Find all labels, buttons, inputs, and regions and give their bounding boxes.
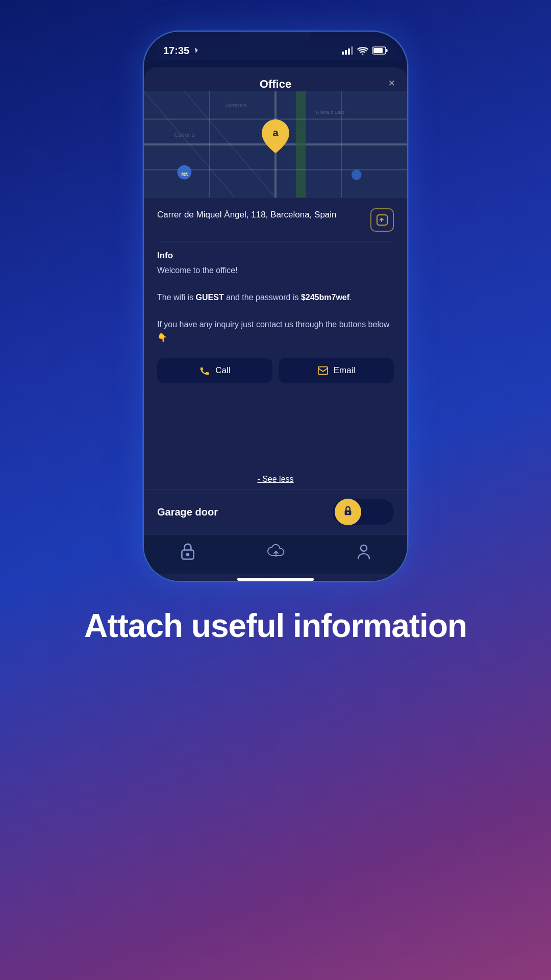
svg-text:Carrer d: Carrer d (174, 132, 195, 138)
svg-text:a: a (272, 127, 279, 138)
svg-rect-0 (342, 52, 344, 55)
nav-profile[interactable] (356, 543, 371, 560)
modal-header: Office × (144, 67, 407, 91)
svg-rect-1 (345, 50, 347, 55)
svg-point-4 (362, 54, 364, 55)
garage-row: Garage door (144, 489, 407, 534)
phone-content: Office × (144, 60, 407, 581)
nav-lock[interactable] (180, 542, 196, 560)
email-button[interactable]: Email (279, 358, 394, 383)
time-display: 17:35 (163, 45, 189, 57)
modal-card: Office × (144, 67, 407, 581)
battery-icon (372, 46, 388, 55)
svg-point-23 (352, 170, 362, 180)
svg-rect-3 (351, 46, 353, 55)
nav-lock-icon (180, 542, 196, 560)
navigation-button[interactable] (370, 208, 394, 232)
phone-icon (199, 365, 210, 376)
svg-rect-7 (386, 49, 388, 52)
nav-profile-icon (356, 543, 371, 560)
nav-cloud-icon (267, 544, 285, 558)
svg-text:Serravent: Serravent (225, 102, 247, 108)
signal-icon (342, 46, 353, 55)
svg-text:🚌: 🚌 (181, 169, 188, 177)
contact-buttons: Call Email (157, 358, 394, 383)
garage-label: Garage door (157, 506, 218, 518)
info-body: Welcome to the office! The wifi is GUEST… (157, 264, 394, 345)
info-wifi: The wifi is GUEST and the password is $2… (157, 291, 394, 304)
location-icon (192, 47, 199, 54)
lock-toggle-icon (342, 505, 354, 519)
email-icon (317, 365, 329, 376)
directions-icon (376, 214, 388, 226)
tagline: Attach useful information (54, 582, 497, 645)
modal-title: Office (260, 78, 291, 91)
info-welcome: Welcome to the office! (157, 264, 394, 277)
svg-point-32 (361, 545, 367, 551)
info-section: Carrer de Miquel Àngel, 118, Barcelona, … (144, 198, 407, 468)
status-time: 17:35 (163, 45, 199, 57)
map-area: Carrer d Riiera d'Escr Serravent 🚌 a (144, 91, 407, 198)
notch (240, 32, 311, 49)
map-pin: a (262, 119, 289, 155)
svg-rect-6 (373, 48, 383, 53)
address-row: Carrer de Miquel Àngel, 118, Barcelona, … (157, 208, 394, 241)
svg-rect-2 (348, 48, 350, 55)
svg-point-28 (347, 511, 349, 513)
svg-point-30 (186, 553, 189, 556)
call-button[interactable]: Call (157, 358, 272, 383)
phone-frame: 17:35 (143, 31, 408, 582)
toggle-thumb (335, 499, 361, 525)
status-icons-group (342, 46, 388, 55)
svg-rect-26 (318, 367, 328, 375)
address-text: Carrer de Miquel Àngel, 118, Barcelona, … (157, 208, 370, 222)
svg-text:Riiera d'Escr: Riiera d'Escr (316, 109, 345, 115)
wifi-icon (357, 46, 368, 55)
see-less-button[interactable]: - See less (144, 468, 407, 489)
close-button[interactable]: × (388, 78, 395, 89)
garage-toggle[interactable] (333, 499, 394, 525)
info-contact: If you have any inquiry just contact us … (157, 318, 394, 345)
nav-cloud[interactable] (267, 544, 285, 558)
bottom-nav (144, 534, 407, 574)
home-indicator (237, 578, 314, 581)
info-label: Info (157, 251, 394, 261)
